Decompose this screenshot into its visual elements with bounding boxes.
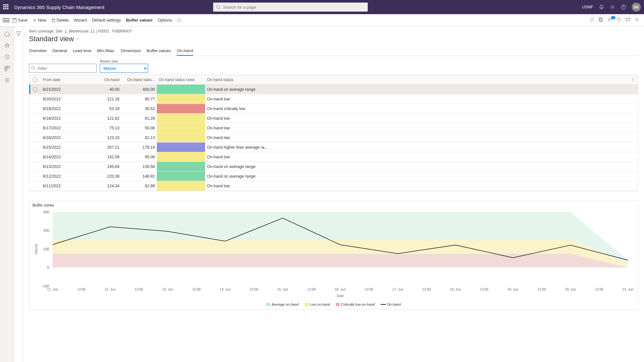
app-launcher-icon[interactable] <box>3 4 9 10</box>
delete-label: Delete <box>57 18 69 23</box>
grid-row[interactable]: 6/21/2022 40.00 400.00 On-hand on averag… <box>29 85 638 94</box>
cell-status: On-hand low <box>205 97 628 101</box>
cell-onhand: 53.28 <box>86 107 121 111</box>
cell-status: On-hand critically low <box>205 107 628 111</box>
grid-options-icon[interactable]: ⋮ <box>628 78 638 82</box>
grid-row[interactable]: 6/15/2022 267.21 178.14 On-hand higher t… <box>29 143 638 152</box>
svg-text:12:00: 12:00 <box>480 288 488 291</box>
tab-dimension[interactable]: Dimension <box>121 46 141 56</box>
tab-min-max[interactable]: Min./Max. <box>97 46 115 56</box>
cell-from-date: 6/16/2022 <box>41 135 86 140</box>
col-onhand-status[interactable]: On-hand status <box>205 78 628 82</box>
grid-row[interactable]: 6/14/2022 142.59 95.06 On-hand low <box>29 152 638 162</box>
svg-point-0 <box>216 5 220 8</box>
tab-overview[interactable]: Overview <box>29 46 46 56</box>
close-button[interactable] <box>632 17 641 23</box>
legend-crit: Critically low on-hand <box>341 302 375 306</box>
chevron-down-icon <box>76 37 80 41</box>
funnel-icon[interactable] <box>16 31 21 36</box>
bell-icon[interactable] <box>599 5 604 10</box>
grid-filter[interactable] <box>29 64 97 73</box>
select-all-radio[interactable] <box>33 78 37 82</box>
cell-status-color <box>157 85 205 94</box>
row-radio[interactable] <box>33 87 37 92</box>
wizard-button[interactable]: Wizard <box>71 16 89 25</box>
grid-row[interactable]: 6/16/2022 123.20 82.13 On-hand low <box>29 133 638 143</box>
app-title: Dynamics 365 Supply Chain Management <box>14 5 104 10</box>
global-search[interactable] <box>213 3 368 12</box>
page-options-button[interactable] <box>596 17 605 23</box>
user-avatar[interactable]: BE <box>632 3 641 12</box>
grid-row[interactable]: 6/18/2022 121.92 81.28 On-hand low <box>29 114 638 123</box>
refresh-button[interactable] <box>614 17 623 23</box>
popout-button[interactable] <box>623 17 632 23</box>
workspace-icon[interactable] <box>4 66 10 71</box>
cell-status-color <box>157 104 205 113</box>
cmdbar-search-button[interactable] <box>175 16 184 25</box>
home-icon[interactable] <box>4 31 10 37</box>
cell-status-color <box>157 143 205 152</box>
default-settings-button[interactable]: Default settings <box>90 16 124 25</box>
svg-text:17. Jun: 17. Jun <box>392 288 403 291</box>
tab-lead-time[interactable]: Lead time <box>73 46 91 56</box>
modules-icon[interactable] <box>4 77 10 83</box>
attachments-button[interactable]: 0 <box>605 17 614 23</box>
cell-onhand: 121.92 <box>86 116 121 121</box>
grid-row[interactable]: 6/19/2022 53.28 35.52 On-hand critically… <box>29 104 638 114</box>
plus-icon <box>33 18 37 22</box>
svg-point-2 <box>612 6 613 8</box>
grid-row[interactable]: 6/17/2022 75.13 50.08 On-hand low <box>29 123 638 133</box>
grid-row[interactable]: 6/20/2022 121.16 80.77 On-hand low <box>29 94 638 104</box>
cell-status: On-hand low <box>205 116 628 121</box>
col-from-date[interactable]: From date <box>41 78 86 82</box>
cell-onhand-pct: 95.06 <box>121 155 157 159</box>
gear-icon[interactable] <box>610 5 615 10</box>
recent-icon[interactable] <box>4 54 10 60</box>
col-onhand-status-color[interactable]: On-hand status color <box>157 78 205 82</box>
cell-onhand-pct: 82.13 <box>121 135 157 140</box>
cell-onhand-pct: 35.52 <box>121 107 157 111</box>
cell-onhand-pct: 146.92 <box>121 174 157 179</box>
personalize-button[interactable] <box>587 17 596 23</box>
cell-status: On-hand on average range <box>205 87 628 92</box>
master-plan-select[interactable]: Master <box>100 64 148 73</box>
search-icon <box>31 66 35 70</box>
svg-line-1 <box>219 8 221 9</box>
cell-status: On-hand on average range <box>205 164 628 169</box>
col-onhand-status-pct[interactable]: On-hand statu... <box>121 78 157 82</box>
buffer-values-button[interactable]: Buffer values <box>123 16 155 25</box>
cell-from-date: 6/11/2022 <box>41 184 86 188</box>
wizard-label: Wizard <box>74 18 87 23</box>
cell-onhand-pct: 82.89 <box>121 184 157 188</box>
col-onhand[interactable]: On-hand <box>86 78 121 82</box>
company-code[interactable]: USMF <box>582 5 593 9</box>
grid-row[interactable]: 6/11/2022 124.34 82.89 On-hand low <box>29 181 638 191</box>
help-icon[interactable]: ? <box>621 5 626 10</box>
view-title[interactable]: Standard view <box>29 35 638 43</box>
grid-row[interactable]: 6/13/2022 195.84 130.56 On-hand on avera… <box>29 162 638 172</box>
view-title-text: Standard view <box>29 35 74 43</box>
svg-rect-20 <box>5 66 7 68</box>
grid-filter-input[interactable] <box>29 64 97 73</box>
nav-toggle-icon[interactable] <box>3 18 10 22</box>
star-icon[interactable] <box>4 42 10 48</box>
cell-onhand: 195.84 <box>86 164 121 169</box>
trash-icon <box>52 18 55 22</box>
cell-status-color <box>157 94 205 104</box>
grid-row[interactable]: 6/12/2022 220.38 146.92 On-hand on avera… <box>29 172 638 181</box>
delete-button[interactable]: Delete <box>49 16 71 25</box>
legend-onhand: On-hand <box>387 302 401 306</box>
svg-text:100: 100 <box>43 247 49 251</box>
tab-buffer-values[interactable]: Buffer values <box>147 46 171 56</box>
cell-onhand-pct: 50.08 <box>121 126 157 130</box>
tab-on-hand[interactable]: On-hand <box>177 46 193 56</box>
svg-rect-6 <box>14 18 15 20</box>
save-icon <box>12 18 17 23</box>
save-button[interactable]: Save <box>10 16 30 25</box>
global-search-input[interactable] <box>213 3 368 12</box>
svg-text:12:00: 12:00 <box>365 288 373 291</box>
new-button[interactable]: New <box>30 16 49 25</box>
tab-general[interactable]: General <box>52 46 67 56</box>
svg-text:300: 300 <box>43 210 49 214</box>
options-button[interactable]: Options <box>155 16 175 25</box>
